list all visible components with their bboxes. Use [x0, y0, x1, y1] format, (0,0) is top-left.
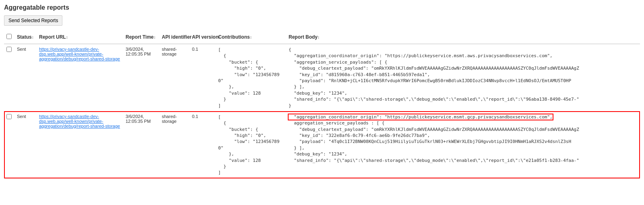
select-all-checkbox[interactable] [6, 34, 12, 39]
report-url-link[interactable]: https://privacy-sandcastle-dev-dsp.web.a… [39, 47, 120, 61]
row-checkbox[interactable] [6, 47, 12, 52]
row-time: 3/6/2024, 12:05:35 PM [123, 111, 159, 178]
col-header-time: Report Time↕ [123, 31, 159, 44]
send-selected-reports-button[interactable]: Send Selected Reports [4, 15, 62, 26]
col-header-url: Report URL↕ [37, 31, 123, 44]
row-url: https://privacy-sandcastle-dev-dsp.web.a… [37, 44, 123, 111]
row-checkbox[interactable] [6, 114, 12, 119]
row-url: https://privacy-sandcastle-dev-dsp.web.a… [37, 111, 123, 178]
page-title: Aggregatable reports [4, 4, 640, 11]
reports-table: Status↕ Report URL↕ Report Time↕ API ide… [4, 31, 640, 179]
row-checkbox-cell [4, 111, 14, 178]
col-header-check [4, 31, 14, 44]
row-body: { "aggregation_coordinator_origin": "htt… [286, 44, 640, 111]
row-api-identifier: shared-storage [159, 111, 190, 178]
row-body: "aggregation_coordinator_origin": "https… [286, 111, 640, 178]
row-api-version: 0.1 [190, 44, 216, 111]
row-status: Sent [14, 111, 37, 178]
col-header-api-ver: API version↕ [190, 31, 216, 44]
row-contributions: [ { "bucket": { "high": "0", "low": "123… [216, 44, 286, 111]
col-header-status: Status↕ [14, 31, 37, 44]
highlighted-body-line: "aggregation_coordinator_origin": "https… [289, 114, 553, 120]
row-status: Sent [14, 44, 37, 111]
report-url-link[interactable]: https://privacy-sandcastle-dev-dsp.web.a… [39, 114, 120, 128]
col-header-body: Report Body↕ [286, 31, 640, 44]
row-time: 3/6/2024, 12:05:35 PM [123, 44, 159, 111]
row-contributions: [ { "bucket": { "high": "0", "low": "123… [216, 111, 286, 178]
col-header-api-id: API identifier↕ [159, 31, 190, 44]
row-api-identifier: shared-storage [159, 44, 190, 111]
table-row: Senthttps://privacy-sandcastle-dev-dsp.w… [4, 44, 640, 111]
table-row: Senthttps://privacy-sandcastle-dev-dsp.w… [4, 111, 640, 178]
table-header-row: Status↕ Report URL↕ Report Time↕ API ide… [4, 31, 640, 44]
row-checkbox-cell [4, 44, 14, 111]
col-header-contributions: Contributions↕ [216, 31, 286, 44]
row-api-version: 0.1 [190, 111, 216, 178]
